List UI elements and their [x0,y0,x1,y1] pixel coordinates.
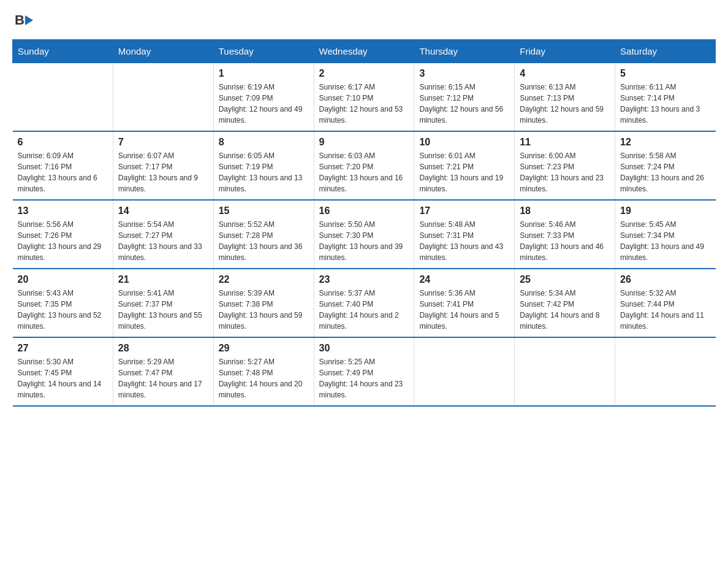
day-number: 7 [118,137,208,148]
week-row-4: 20Sunrise: 5:43 AMSunset: 7:35 PMDayligh… [13,269,716,337]
cell-2-5: 10Sunrise: 6:01 AMSunset: 7:21 PMDayligh… [414,131,515,200]
day-number: 21 [118,274,208,285]
day-info: Sunrise: 5:41 AMSunset: 7:37 PMDaylight:… [118,288,208,332]
day-info: Sunrise: 5:52 AMSunset: 7:28 PMDaylight:… [219,219,309,263]
cell-5-1: 27Sunrise: 5:30 AMSunset: 7:45 PMDayligh… [13,337,113,406]
day-info: Sunrise: 5:54 AMSunset: 7:27 PMDaylight:… [118,219,208,263]
day-number: 13 [18,205,108,216]
day-number: 3 [419,68,509,79]
day-info: Sunrise: 6:11 AMSunset: 7:14 PMDaylight:… [620,82,710,126]
day-number: 17 [419,205,509,216]
day-info: Sunrise: 5:32 AMSunset: 7:44 PMDaylight:… [620,288,710,332]
day-number: 6 [18,137,108,148]
cell-5-6 [515,337,615,406]
day-number: 30 [319,343,409,354]
day-number: 23 [319,274,409,285]
day-info: Sunrise: 5:39 AMSunset: 7:38 PMDaylight:… [219,288,309,332]
week-row-1: 1Sunrise: 6:19 AMSunset: 7:09 PMDaylight… [13,63,716,132]
cell-3-5: 17Sunrise: 5:48 AMSunset: 7:31 PMDayligh… [414,200,515,269]
day-number: 1 [219,68,309,79]
day-number: 9 [319,137,409,148]
day-number: 19 [620,205,710,216]
cell-4-1: 20Sunrise: 5:43 AMSunset: 7:35 PMDayligh… [13,269,113,337]
day-number: 12 [620,137,710,148]
day-number: 25 [520,274,610,285]
day-info: Sunrise: 5:25 AMSunset: 7:49 PMDaylight:… [319,356,409,400]
day-info: Sunrise: 5:36 AMSunset: 7:41 PMDaylight:… [419,288,509,332]
day-info: Sunrise: 6:15 AMSunset: 7:12 PMDaylight:… [419,82,509,126]
day-info: Sunrise: 6:17 AMSunset: 7:10 PMDaylight:… [319,82,409,126]
day-number: 27 [18,343,108,354]
logo-b: B [15,12,25,28]
cell-3-3: 15Sunrise: 5:52 AMSunset: 7:28 PMDayligh… [213,200,314,269]
cell-3-6: 18Sunrise: 5:46 AMSunset: 7:33 PMDayligh… [515,200,615,269]
week-row-2: 6Sunrise: 6:09 AMSunset: 7:16 PMDaylight… [13,131,716,200]
day-info: Sunrise: 5:58 AMSunset: 7:24 PMDaylight:… [620,150,710,194]
logo-text: B [12,12,33,27]
col-monday: Monday [113,40,213,63]
cell-4-2: 21Sunrise: 5:41 AMSunset: 7:37 PMDayligh… [113,269,213,337]
col-wednesday: Wednesday [314,40,414,63]
col-sunday: Sunday [13,40,113,63]
week-row-5: 27Sunrise: 5:30 AMSunset: 7:45 PMDayligh… [13,337,716,406]
day-info: Sunrise: 5:29 AMSunset: 7:47 PMDaylight:… [118,356,208,400]
logo: B [12,12,33,27]
day-number: 22 [219,274,309,285]
day-info: Sunrise: 6:01 AMSunset: 7:21 PMDaylight:… [419,150,509,194]
col-tuesday: Tuesday [213,40,314,63]
day-number: 24 [419,274,509,285]
day-info: Sunrise: 6:07 AMSunset: 7:17 PMDaylight:… [118,150,208,194]
day-info: Sunrise: 5:43 AMSunset: 7:35 PMDaylight:… [18,288,108,332]
day-number: 18 [520,205,610,216]
cell-1-3: 1Sunrise: 6:19 AMSunset: 7:09 PMDaylight… [213,63,314,132]
cell-2-7: 12Sunrise: 5:58 AMSunset: 7:24 PMDayligh… [615,131,716,200]
cell-3-1: 13Sunrise: 5:56 AMSunset: 7:26 PMDayligh… [13,200,113,269]
cell-1-1 [13,63,113,132]
cell-2-4: 9Sunrise: 6:03 AMSunset: 7:20 PMDaylight… [314,131,414,200]
cell-1-2 [113,63,213,132]
col-saturday: Saturday [615,40,716,63]
day-number: 14 [118,205,208,216]
cell-1-5: 3Sunrise: 6:15 AMSunset: 7:12 PMDaylight… [414,63,515,132]
day-info: Sunrise: 5:56 AMSunset: 7:26 PMDaylight:… [18,219,108,263]
day-number: 26 [620,274,710,285]
day-info: Sunrise: 5:37 AMSunset: 7:40 PMDaylight:… [319,288,409,332]
day-info: Sunrise: 5:45 AMSunset: 7:34 PMDaylight:… [620,219,710,263]
day-number: 5 [620,68,710,79]
day-info: Sunrise: 6:03 AMSunset: 7:20 PMDaylight:… [319,150,409,194]
cell-5-5 [414,337,515,406]
day-number: 2 [319,68,409,79]
cell-3-4: 16Sunrise: 5:50 AMSunset: 7:30 PMDayligh… [314,200,414,269]
cell-2-6: 11Sunrise: 6:00 AMSunset: 7:23 PMDayligh… [515,131,615,200]
day-info: Sunrise: 6:19 AMSunset: 7:09 PMDaylight:… [219,82,309,126]
cell-3-7: 19Sunrise: 5:45 AMSunset: 7:34 PMDayligh… [615,200,716,269]
week-row-3: 13Sunrise: 5:56 AMSunset: 7:26 PMDayligh… [13,200,716,269]
day-number: 10 [419,137,509,148]
cell-4-6: 25Sunrise: 5:34 AMSunset: 7:42 PMDayligh… [515,269,615,337]
calendar-header: Sunday Monday Tuesday Wednesday Thursday… [13,40,716,63]
day-info: Sunrise: 6:09 AMSunset: 7:16 PMDaylight:… [18,150,108,194]
day-info: Sunrise: 6:00 AMSunset: 7:23 PMDaylight:… [520,150,610,194]
day-info: Sunrise: 5:46 AMSunset: 7:33 PMDaylight:… [520,219,610,263]
day-number: 16 [319,205,409,216]
cell-2-1: 6Sunrise: 6:09 AMSunset: 7:16 PMDaylight… [13,131,113,200]
cell-4-7: 26Sunrise: 5:32 AMSunset: 7:44 PMDayligh… [615,269,716,337]
day-info: Sunrise: 5:30 AMSunset: 7:45 PMDaylight:… [18,356,108,400]
cell-4-4: 23Sunrise: 5:37 AMSunset: 7:40 PMDayligh… [314,269,414,337]
cell-5-4: 30Sunrise: 5:25 AMSunset: 7:49 PMDayligh… [314,337,414,406]
col-thursday: Thursday [414,40,515,63]
day-info: Sunrise: 5:50 AMSunset: 7:30 PMDaylight:… [319,219,409,263]
col-friday: Friday [515,40,615,63]
day-info: Sunrise: 5:27 AMSunset: 7:48 PMDaylight:… [219,356,309,400]
cell-4-5: 24Sunrise: 5:36 AMSunset: 7:41 PMDayligh… [414,269,515,337]
cell-3-2: 14Sunrise: 5:54 AMSunset: 7:27 PMDayligh… [113,200,213,269]
page-header: B [12,12,716,27]
cell-1-7: 5Sunrise: 6:11 AMSunset: 7:14 PMDaylight… [615,63,716,132]
cell-5-3: 29Sunrise: 5:27 AMSunset: 7:48 PMDayligh… [213,337,314,406]
cell-1-4: 2Sunrise: 6:17 AMSunset: 7:10 PMDaylight… [314,63,414,132]
day-number: 11 [520,137,610,148]
cell-4-3: 22Sunrise: 5:39 AMSunset: 7:38 PMDayligh… [213,269,314,337]
calendar-body: 1Sunrise: 6:19 AMSunset: 7:09 PMDaylight… [13,63,716,407]
header-row: Sunday Monday Tuesday Wednesday Thursday… [13,40,716,63]
day-number: 8 [219,137,309,148]
